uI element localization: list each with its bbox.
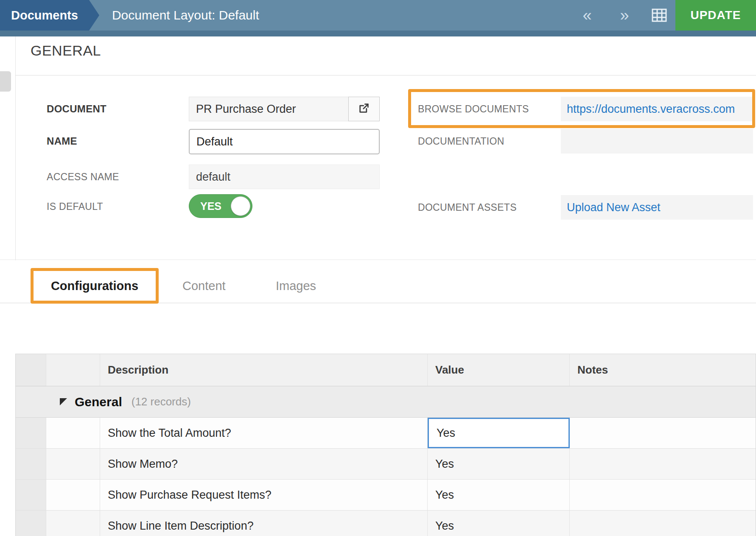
- table-row: Show the Total Amount? Yes: [16, 418, 756, 449]
- tabs-underline: [0, 303, 756, 303]
- access-name-label: ACCESS NAME: [47, 165, 119, 189]
- tab-images[interactable]: Images: [276, 268, 316, 304]
- value-cell[interactable]: Yes: [428, 480, 570, 510]
- group-name: General: [75, 395, 122, 409]
- row-rail-cell[interactable]: [16, 449, 46, 479]
- notes-cell[interactable]: [570, 480, 756, 510]
- collapse-triangle-icon[interactable]: [60, 398, 67, 405]
- tab-configurations[interactable]: Configurations: [34, 271, 156, 301]
- tab-content[interactable]: Content: [182, 268, 226, 304]
- name-label: NAME: [47, 129, 77, 154]
- open-document-button[interactable]: [348, 97, 380, 121]
- section-heading-general: GENERAL: [31, 42, 101, 59]
- description-cell: Show Memo?: [100, 449, 428, 479]
- configurations-table: Description Value Notes General (12 reco…: [15, 354, 756, 536]
- heading-divider: [15, 75, 756, 75]
- access-name-field: default: [189, 165, 380, 189]
- row-rail-cell[interactable]: [16, 418, 46, 448]
- grid-table-icon[interactable]: [643, 0, 675, 31]
- header-cell-gap: [46, 354, 100, 386]
- breadcrumb-label: Documents: [11, 8, 78, 22]
- notes-cell[interactable]: [570, 511, 756, 536]
- header-cell-notes[interactable]: Notes: [570, 354, 756, 386]
- sidebar-drawer-handle[interactable]: [0, 71, 11, 92]
- external-link-icon: [358, 102, 370, 116]
- description-cell: Show Line Item Description?: [100, 511, 428, 536]
- page: Documents Document Layout: Default « » U…: [0, 0, 756, 536]
- row-gap-cell: [46, 480, 100, 510]
- is-default-label: IS DEFAULT: [47, 194, 103, 219]
- update-button[interactable]: UPDATE: [675, 0, 756, 31]
- prev-record-icon[interactable]: «: [568, 0, 606, 31]
- toggle-yes-label: YES: [200, 200, 221, 212]
- browse-documents-link[interactable]: https://documents.veracross.com: [567, 103, 735, 116]
- value-cell[interactable]: Yes: [428, 449, 570, 479]
- table-row: Show Memo? Yes: [16, 449, 756, 480]
- row-gap-cell: [46, 511, 100, 536]
- header-cell-description[interactable]: Description: [100, 354, 428, 386]
- row-rail-cell[interactable]: [16, 511, 46, 536]
- group-row-general[interactable]: General (12 records): [16, 386, 756, 418]
- browse-documents-label: BROWSE DOCUMENTS: [418, 97, 529, 121]
- value-cell[interactable]: Yes: [428, 418, 570, 448]
- row-rail-cell[interactable]: [16, 480, 46, 510]
- document-field: PR Purchase Order: [189, 97, 348, 121]
- document-field-group: PR Purchase Order: [189, 97, 380, 121]
- notes-cell[interactable]: [570, 449, 756, 479]
- breadcrumb[interactable]: Documents: [0, 0, 89, 31]
- group-record-count: (12 records): [132, 395, 191, 408]
- left-rail-divider: [15, 36, 16, 260]
- table-row: Show Line Item Description? Yes: [16, 511, 756, 536]
- notes-cell[interactable]: [570, 418, 756, 448]
- header-cell-rail: [16, 354, 46, 386]
- next-record-icon[interactable]: »: [606, 0, 643, 31]
- document-assets-field: Upload New Asset: [561, 195, 753, 220]
- value-cell[interactable]: Yes: [428, 511, 570, 536]
- upload-new-asset-link[interactable]: Upload New Asset: [567, 201, 661, 214]
- is-default-toggle[interactable]: YES: [189, 194, 252, 218]
- description-cell: Show Purchase Request Items?: [100, 480, 428, 510]
- toggle-knob: [231, 196, 250, 216]
- row-gap-cell: [46, 449, 100, 479]
- header-cell-value[interactable]: Value: [428, 354, 570, 386]
- documentation-field: [561, 129, 753, 154]
- form-tabs-divider: [0, 260, 756, 260]
- documentation-label: DOCUMENTATION: [418, 129, 504, 154]
- browse-documents-field: https://documents.veracross.com: [561, 97, 753, 121]
- description-cell: Show the Total Amount?: [100, 418, 428, 448]
- top-header: Documents Document Layout: Default « » U…: [0, 0, 756, 31]
- row-gap-cell: [46, 418, 100, 448]
- header-bottom-strip: [0, 31, 756, 36]
- name-input[interactable]: [189, 129, 380, 154]
- page-title: Document Layout: Default: [112, 8, 259, 22]
- table-header-row: Description Value Notes: [16, 354, 756, 386]
- document-assets-label: DOCUMENT ASSETS: [418, 195, 517, 220]
- header-actions: « » UPDATE: [568, 0, 756, 31]
- table-row: Show Purchase Request Items? Yes: [16, 480, 756, 511]
- document-label: DOCUMENT: [47, 97, 106, 121]
